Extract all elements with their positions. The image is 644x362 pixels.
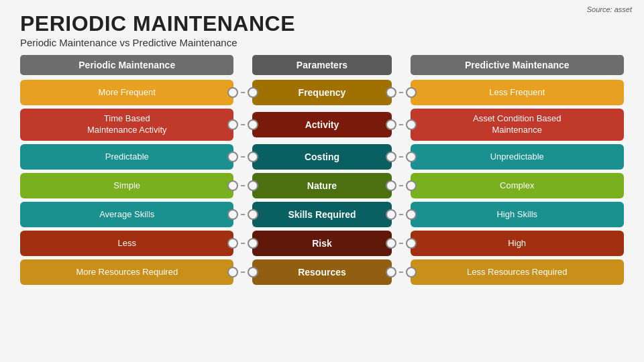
cell-right-costing: Unpredictable <box>411 144 624 170</box>
cell-right-frequency: Less Frequent <box>411 80 624 105</box>
source-label: Source: asset <box>587 5 632 13</box>
cell-left-costing: Predictable <box>20 144 233 170</box>
cell-center-skills: Skills Required <box>252 202 391 227</box>
rows-container: More Frequent Frequency Less Frequent Ti… <box>20 80 624 285</box>
cell-right-skills: High Skills <box>411 202 624 227</box>
header-predictive: Predictive Maintenance <box>411 55 624 75</box>
data-row-frequency: More Frequent Frequency Less Frequent <box>20 80 624 105</box>
sub-title: Periodic Maintenance vs Predictive Maint… <box>20 37 624 48</box>
cell-left-resources: More Resources Required <box>20 259 233 285</box>
data-row-costing: Predictable Costing Unpredictable <box>20 144 624 170</box>
data-row-resources: More Resources Required Resources Less R… <box>20 259 624 285</box>
cell-right-activity: Asset Condition BasedMaintenance <box>411 109 624 141</box>
cell-right-nature: Complex <box>411 173 624 198</box>
cell-left-nature: Simple <box>20 173 233 198</box>
cell-center-risk: Risk <box>252 231 391 256</box>
data-row-activity: Time BasedMaintenance Activity Activity … <box>20 109 624 141</box>
header-parameters: Parameters <box>252 55 391 75</box>
cell-left-risk: Less <box>20 231 233 256</box>
cell-right-resources: Less Resources Required <box>411 259 624 285</box>
comparison-table: Periodic Maintenance Parameters Predicti… <box>20 55 624 285</box>
cell-left-skills: Average Skills <box>20 202 233 227</box>
cell-center-nature: Nature <box>252 173 391 198</box>
cell-center-frequency: Frequency <box>252 80 391 105</box>
cell-center-costing: Costing <box>252 144 391 170</box>
cell-center-resources: Resources <box>252 259 391 285</box>
main-title: PERIODIC MAINTENANCE <box>20 12 624 36</box>
cell-left-activity: Time BasedMaintenance Activity <box>20 109 233 141</box>
cell-right-risk: High <box>411 231 624 256</box>
slide: Source: asset PERIODIC MAINTENANCE Perio… <box>0 0 644 362</box>
cell-left-frequency: More Frequent <box>20 80 233 105</box>
header-row: Periodic Maintenance Parameters Predicti… <box>20 55 624 75</box>
data-row-nature: Simple Nature Complex <box>20 173 624 198</box>
header-periodic: Periodic Maintenance <box>20 55 233 75</box>
cell-center-activity: Activity <box>252 112 391 137</box>
data-row-risk: Less Risk High <box>20 231 624 256</box>
data-row-skills: Average Skills Skills Required High Skil… <box>20 202 624 227</box>
